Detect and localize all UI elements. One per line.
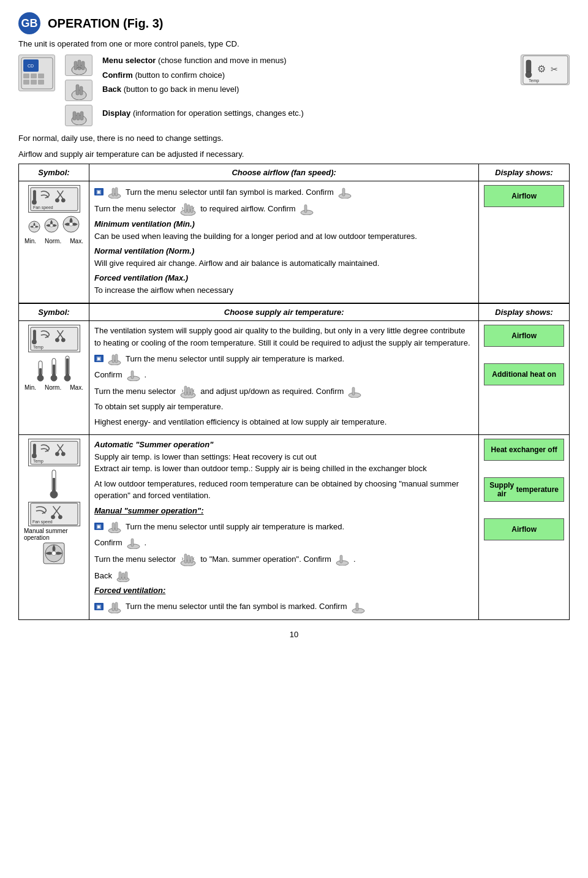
supply-intro: The ventilation system will supply good … — [94, 325, 473, 349]
svg-rect-74 — [352, 387, 355, 395]
svg-rect-44 — [184, 203, 187, 213]
airflow-step2-text: Turn the menu selector — [94, 204, 176, 213]
svg-rect-15 — [80, 86, 83, 95]
three-fans-icons — [28, 215, 80, 235]
hand-icon-supply-1 — [106, 352, 123, 365]
airflow-display-cell: Airflow — [479, 181, 570, 304]
svg-point-52 — [55, 338, 59, 342]
cd-panel-icon: CD — [18, 55, 55, 91]
gb-badge: GB — [18, 12, 40, 34]
airflow-content-row: Fan speed — [19, 181, 570, 304]
forced-vent-title2: Forced ventilation: — [94, 586, 165, 595]
scroll-hand-icon-3 — [178, 551, 198, 566]
svg-rect-97 — [184, 554, 187, 563]
supply-confirm1: Confirm — [94, 370, 123, 379]
svg-rect-14 — [76, 85, 79, 95]
svg-point-77 — [31, 453, 36, 458]
hand-icon-confirm-1 — [336, 185, 353, 199]
svg-text:Temp: Temp — [529, 78, 539, 83]
confirm-desc: (button to confirm choice) — [135, 70, 225, 80]
airflow-display-header: Display shows: — [479, 164, 570, 181]
for-normal-text: For normal, daily use, there is no need … — [18, 132, 570, 145]
supply-step3: To obtain set supply air temperature. — [94, 401, 473, 413]
svg-rect-46 — [190, 206, 193, 213]
hand-icon-forced-confirm — [350, 600, 367, 613]
airflow-choose-header: Choose airflow (fan speed): — [89, 164, 479, 181]
svg-rect-95 — [131, 539, 134, 547]
summer-content-row: Temp — [19, 435, 570, 620]
blue-selector-icon-3: ▣ — [94, 523, 104, 530]
supply-choose-header: Choose supply air temperature: — [89, 303, 479, 321]
svg-rect-18 — [77, 113, 80, 120]
svg-rect-59 — [53, 365, 55, 376]
svg-point-90 — [52, 551, 56, 556]
confirm-icon — [65, 80, 92, 101]
supply-header-row: Symbol: Choose supply air temperature: D… — [19, 303, 570, 321]
svg-point-33 — [33, 225, 36, 228]
display-desc: (information for operation settings, cha… — [133, 108, 304, 118]
svg-rect-82 — [53, 478, 55, 491]
main-table: Symbol: Choose airflow (fan speed): Disp… — [18, 164, 570, 620]
manual-summer-box: Fan speed Manual summer operation — [24, 502, 84, 564]
scroll-hand-icon — [178, 201, 198, 216]
svg-point-29 — [55, 199, 59, 202]
airflow-badge: Airflow — [484, 185, 564, 207]
svg-point-63 — [64, 375, 70, 381]
airflow-content-cell: ▣ Turn the menu selector until fan symbo… — [89, 181, 479, 304]
svg-rect-108 — [115, 602, 118, 611]
svg-rect-71 — [187, 387, 190, 395]
airflow-step1-text: Turn the menu selector until fan symbol … — [126, 187, 334, 197]
svg-rect-21 — [526, 60, 531, 74]
svg-rect-62 — [66, 358, 69, 376]
svg-rect-103 — [119, 572, 121, 580]
svg-point-60 — [51, 375, 57, 381]
manual-summer-label: Manual summer operation — [24, 528, 84, 541]
svg-point-37 — [69, 222, 73, 226]
supply-symbol-cell: Temp — [19, 321, 89, 435]
summer-content-cell: Automatic "Summer operation" Supply air … — [89, 435, 479, 620]
svg-text:Temp: Temp — [32, 344, 43, 349]
airflow-note: Airflow and supply air temperature can b… — [18, 148, 570, 161]
norm-vent-title: Normal ventilation (Norm.) — [94, 246, 194, 255]
svg-rect-104 — [122, 573, 124, 580]
hand-icon-1 — [106, 185, 123, 199]
confirm-label: Confirm — [102, 70, 133, 80]
svg-text:CD: CD — [27, 64, 33, 68]
supply-content-row: Temp — [19, 321, 570, 435]
hand-icon-back — [115, 569, 132, 582]
display-label: Display — [102, 108, 130, 118]
svg-rect-27 — [32, 190, 36, 201]
thermometers-row — [36, 355, 72, 382]
supply-fan-labels: Min. Norm. Max. — [24, 384, 83, 391]
manual-summer-title: Manual "summer operation": — [94, 506, 203, 515]
blue-selector-icon-1: ▣ — [94, 188, 104, 195]
intro-line1: The unit is operated from one or more co… — [18, 39, 570, 48]
airflow-symbol-cell: Fan speed — [19, 181, 89, 304]
svg-rect-42 — [342, 188, 345, 196]
svg-rect-8 — [38, 80, 44, 85]
svg-point-79 — [61, 452, 65, 456]
supply-step4: Highest energy- and ventilation efficien… — [94, 416, 473, 428]
svg-rect-65 — [112, 355, 115, 363]
svg-rect-3 — [23, 74, 29, 78]
svg-rect-98 — [187, 555, 190, 563]
svg-rect-76 — [32, 444, 36, 455]
svg-point-30 — [61, 199, 65, 202]
svg-point-28 — [31, 199, 36, 204]
svg-rect-48 — [304, 205, 307, 213]
supply-min-label: Min. — [24, 384, 36, 391]
supply-step2-post: and adjust up/down as required. Confirm — [200, 387, 344, 396]
manual-step2-pre: Turn the menu selector — [94, 554, 176, 564]
temp-symbol: Temp — [28, 325, 80, 352]
svg-text:Temp: Temp — [32, 458, 43, 463]
svg-rect-66 — [115, 354, 118, 363]
svg-rect-40 — [115, 187, 118, 196]
menu-selector-label: Menu selector — [102, 56, 156, 65]
supply-norm-label: Norm. — [45, 384, 61, 391]
forced-vent-step: Turn the menu selector until the fan sym… — [126, 602, 347, 611]
summer-display-cell: Heat exchanger off Supply air temperatur… — [479, 435, 570, 620]
hand-icon-supply-confirm-2 — [346, 384, 363, 398]
blue-selector-icon-2: ▣ — [94, 355, 104, 362]
svg-rect-5 — [38, 74, 44, 78]
svg-rect-105 — [125, 572, 127, 580]
